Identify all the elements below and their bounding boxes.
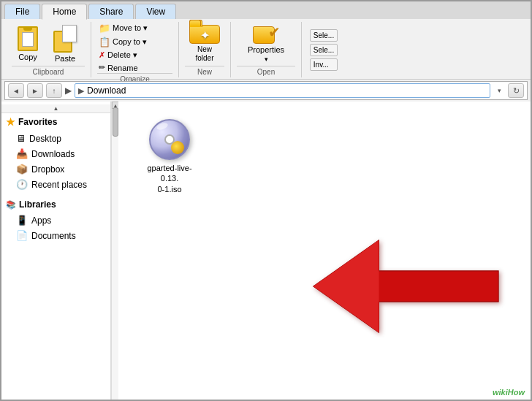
tab-home[interactable]: Home [42,4,87,20]
new-folder-button[interactable]: ✦ Newfolder [185,23,224,64]
sidebar-item-apps[interactable]: 📱 Apps [1,213,110,228]
properties-icon: ✔ [253,25,279,44]
paste-button[interactable]: Paste [45,23,85,64]
file-area: gparted-live-0.13.0-1.iso [118,102,531,400]
file-item-gparted[interactable]: gparted-live-0.13.0-1.iso [140,116,199,197]
back-button[interactable]: ◄ [8,83,24,98]
select-group: Sele... Sele... Inv... [302,22,346,77]
rename-button[interactable]: ✏ Rename [97,62,172,73]
downloads-icon: 📥 [16,148,28,159]
address-path: Download [87,85,126,96]
star-icon: ★ [6,116,15,128]
invert-selection-button[interactable]: Inv... [310,58,338,71]
documents-icon: 📄 [16,230,28,241]
cd-icon [149,119,190,160]
path-container[interactable]: ▶ Download [75,83,490,98]
library-icon: 📚 [6,200,16,210]
clipboard-label: Clipboard [12,66,85,77]
address-bar: ◄ ► ↑ ▶ ▶ Download ▾ ↻ [4,81,528,100]
new-folder-icon: ✦ [189,25,220,44]
copy-icon [18,26,38,51]
properties-button[interactable]: ✔ Properties ▾ [237,23,295,64]
apps-icon: 📱 [16,215,28,226]
open-group: ✔ Properties ▾ Open [231,22,302,77]
recent-icon: 🕐 [16,179,28,190]
svg-marker-0 [314,240,498,333]
delete-button[interactable]: ✗ Delete ▾ [97,50,172,61]
select-none-button[interactable]: Sele... [310,44,338,56]
new-label: New [185,66,224,77]
organize-group: 📁 Move to ▾ 📋 Copy to ▾ ✗ Delete ▾ ✏ Ren… [91,22,179,77]
tab-view[interactable]: View [135,4,176,19]
tab-share[interactable]: Share [88,4,134,19]
red-arrow [311,217,516,356]
svg-marker-1 [314,240,379,333]
open-label: Open [237,66,295,77]
main-content: ▲ ★ Favorites 🖥 Desktop 📥 [1,102,531,400]
window-frame: File Home Share View [0,0,532,401]
scroll-thumb[interactable] [113,107,118,137]
sidebar-scrollbar[interactable]: ▲ [111,102,118,400]
delete-icon: ✗ [99,50,105,60]
move-to-button[interactable]: 📁 Move to ▾ [97,22,172,34]
copy-to-icon: 📋 [99,37,110,47]
address-dropdown[interactable]: ▾ [493,83,505,98]
scroll-up[interactable]: ▲ [1,104,110,113]
move-to-icon: 📁 [99,23,110,34]
sidebar-item-documents[interactable]: 📄 Documents [1,228,110,243]
ribbon-content: Copy Paste Clipboard [1,19,531,79]
forward-button[interactable]: ► [27,83,43,98]
clipboard-group: Copy Paste Clipboard [6,22,91,77]
sidebar-item-downloads[interactable]: 📥 Downloads [1,146,110,161]
watermark: wikiHow [493,388,525,397]
refresh-button[interactable]: ↻ [508,83,524,98]
sidebar-favorites-header[interactable]: ★ Favorites [1,113,110,131]
tab-file[interactable]: File [4,4,40,19]
select-all-button[interactable]: Sele... [310,29,338,42]
up-button[interactable]: ↑ [46,83,62,98]
ribbon-tabs: File Home Share View [1,1,531,19]
new-group: ✦ Newfolder New [179,22,231,77]
copy-to-button[interactable]: 📋 Copy to ▾ [97,36,172,48]
sidebar-item-dropbox[interactable]: 📦 Dropbox [1,161,110,177]
sidebar-libraries-header[interactable]: 📚 Libraries [1,196,110,213]
rename-icon: ✏ [99,63,105,72]
paste-paper-graphic [62,25,77,42]
clipboard-buttons: Copy Paste [12,22,85,66]
dropbox-icon: 📦 [16,164,28,175]
copy-button[interactable]: Copy [12,23,44,64]
paste-icon [53,25,77,53]
sidebar-item-desktop[interactable]: 🖥 Desktop [1,131,110,146]
sidebar: ▲ ★ Favorites 🖥 Desktop 📥 [1,102,111,400]
file-label: gparted-live-0.13.0-1.iso [143,163,196,194]
ribbon: File Home Share View [1,1,531,80]
sidebar-item-recent-places[interactable]: 🕐 Recent places [1,177,110,192]
organize-buttons: 📁 Move to ▾ 📋 Copy to ▾ ✗ Delete ▾ ✏ Ren… [97,22,172,73]
path-separator: ▶ [65,85,72,96]
desktop-icon: 🖥 [16,133,26,144]
